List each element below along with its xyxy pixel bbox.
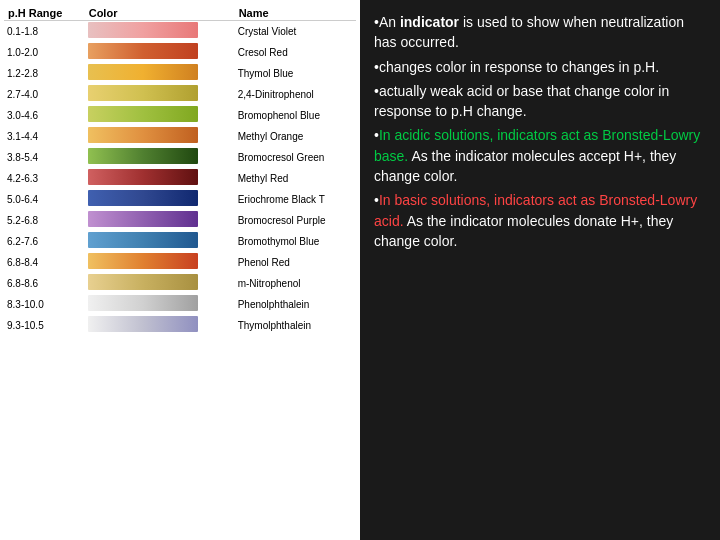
indicator-table-panel: p.H Range Color Name 0.1-1.8Crystal Viol… [0,0,360,540]
color-cell [85,168,235,189]
color-bar [88,232,198,248]
table-row: 1.2-2.8Thymol Blue [4,63,356,84]
ph-range-cell: 9.3-10.5 [4,315,85,336]
indicator-name-cell: Phenol Red [235,252,356,273]
color-bar [88,295,198,311]
table-row: 2.7-4.02,4-Dinitrophenol [4,84,356,105]
indicator-name-cell: 2,4-Dinitrophenol [235,84,356,105]
ph-range-cell: 4.2-6.3 [4,168,85,189]
color-cell [85,126,235,147]
content-panel: •An indicator is used to show when neutr… [360,0,720,540]
bullet-1: •An indicator is used to show when neutr… [374,12,706,53]
color-cell [85,105,235,126]
color-cell [85,273,235,294]
ph-range-cell: 3.1-4.4 [4,126,85,147]
ph-range-cell: 0.1-1.8 [4,21,85,43]
color-bar [88,211,198,227]
color-bar [88,106,198,122]
bullet-2-text: changes color in response to changes in … [379,59,659,75]
indicator-name-cell: Crystal Violet [235,21,356,43]
color-cell [85,294,235,315]
color-cell [85,84,235,105]
indicator-name-cell: Methyl Orange [235,126,356,147]
indicator-name-cell: Bromothymol Blue [235,231,356,252]
indicator-name-cell: Bromophenol Blue [235,105,356,126]
color-cell [85,21,235,43]
table-row: 1.0-2.0Cresol Red [4,42,356,63]
table-row: 3.8-5.4Bromocresol Green [4,147,356,168]
bullet-4: •In acidic solutions, indicators act as … [374,125,706,186]
ph-range-cell: 1.2-2.8 [4,63,85,84]
ph-range-cell: 2.7-4.0 [4,84,85,105]
indicator-name-cell: Thymol Blue [235,63,356,84]
bullet-5-black: As the indicator molecules donate H+, th… [374,213,673,249]
indicator-name-cell: Thymolphthalein [235,315,356,336]
table-row: 8.3-10.0Phenolphthalein [4,294,356,315]
color-header: Color [85,6,235,21]
ph-range-cell: 8.3-10.0 [4,294,85,315]
ph-range-cell: 3.8-5.4 [4,147,85,168]
color-cell [85,189,235,210]
color-cell [85,42,235,63]
bullet-4-black: As the indicator molecules accept H+, th… [374,148,676,184]
indicator-bold: indicator [400,14,459,30]
color-bar [88,169,198,185]
table-row: 5.2-6.8Bromocresol Purple [4,210,356,231]
table-row: 4.2-6.3Methyl Red [4,168,356,189]
color-bar [88,190,198,206]
table-row: 6.8-8.4Phenol Red [4,252,356,273]
color-bar [88,85,198,101]
ph-range-cell: 3.0-4.6 [4,105,85,126]
color-cell [85,315,235,336]
table-row: 3.1-4.4Methyl Orange [4,126,356,147]
bullet-3-text: actually weak acid or base that change c… [374,83,669,119]
indicator-name-cell: Bromocresol Purple [235,210,356,231]
color-bar [88,316,198,332]
ph-range-cell: 6.8-8.6 [4,273,85,294]
table-row: 6.8-8.6m-Nitrophenol [4,273,356,294]
bullet-3: •actually weak acid or base that change … [374,81,706,122]
table-row: 5.0-6.4Eriochrome Black T [4,189,356,210]
ph-range-cell: 1.0-2.0 [4,42,85,63]
indicator-name-cell: Methyl Red [235,168,356,189]
ph-range-header: p.H Range [4,6,85,21]
color-bar [88,274,198,290]
indicator-name-cell: Eriochrome Black T [235,189,356,210]
ph-indicator-table: p.H Range Color Name 0.1-1.8Crystal Viol… [4,6,356,336]
color-bar [88,127,198,143]
color-cell [85,231,235,252]
bullet-2: •changes color in response to changes in… [374,57,706,77]
indicator-name-cell: Phenolphthalein [235,294,356,315]
color-cell [85,210,235,231]
color-cell [85,252,235,273]
table-row: 3.0-4.6Bromophenol Blue [4,105,356,126]
table-row: 6.2-7.6Bromothymol Blue [4,231,356,252]
table-row: 0.1-1.8Crystal Violet [4,21,356,43]
bullet-5: •In basic solutions, indicators act as B… [374,190,706,251]
color-cell [85,63,235,84]
color-bar [88,22,198,38]
color-bar [88,253,198,269]
table-row: 9.3-10.5Thymolphthalein [4,315,356,336]
color-cell [85,147,235,168]
color-bar [88,64,198,80]
ph-range-cell: 5.2-6.8 [4,210,85,231]
ph-range-cell: 6.8-8.4 [4,252,85,273]
ph-range-cell: 5.0-6.4 [4,189,85,210]
indicator-name-cell: Cresol Red [235,42,356,63]
color-bar [88,43,198,59]
indicator-name-cell: m-Nitrophenol [235,273,356,294]
name-header: Name [235,6,356,21]
indicator-name-cell: Bromocresol Green [235,147,356,168]
ph-range-cell: 6.2-7.6 [4,231,85,252]
color-bar [88,148,198,164]
